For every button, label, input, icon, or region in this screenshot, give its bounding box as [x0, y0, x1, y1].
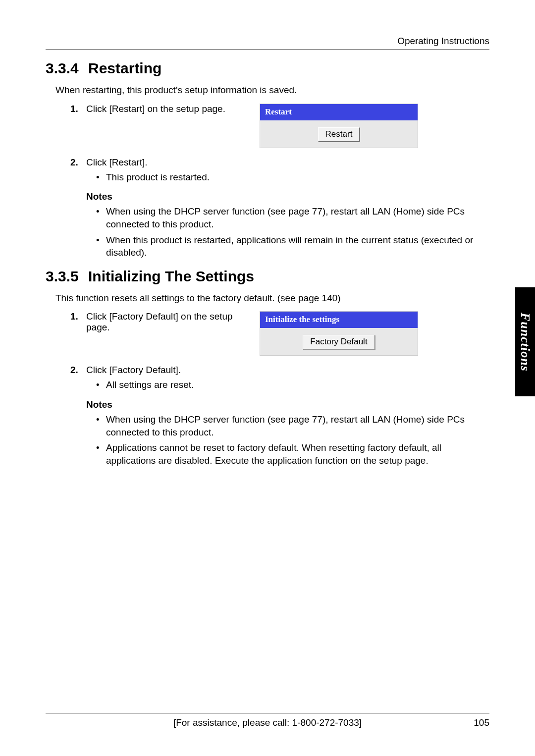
section2-note2: Applications cannot be reset to factory … [96, 441, 482, 467]
section-number: 3.3.5 [46, 268, 88, 285]
initialize-panel: Initialize the settings Factory Default [260, 311, 418, 356]
header-rule [46, 50, 489, 50]
section1-note2: When this product is restarted, applicat… [96, 234, 482, 259]
section2-step2: 2. Click [Factory Default]. All settings… [70, 365, 489, 391]
section2-step1: 1. Click [Factory Default] on the setup … [70, 311, 489, 356]
footer-assist: [For assistance, please call: 1-800-272-… [173, 717, 362, 728]
initialize-panel-body: Factory Default [260, 328, 418, 349]
section1-note1: When using the DHCP server function (see… [96, 205, 482, 230]
step2-text: Click [Restart]. [86, 157, 148, 167]
restart-panel: Restart Restart [260, 104, 418, 148]
side-tab-functions: Functions [515, 287, 535, 396]
side-tab-label: Functions [518, 313, 533, 372]
step-number: 1. [70, 104, 78, 114]
section-heading-restarting: 3.3.4Restarting [46, 60, 489, 77]
step2-bullet: This product is restarted. [96, 171, 489, 184]
restart-button[interactable]: Restart [318, 127, 360, 142]
running-header: Operating Instructions [46, 36, 489, 47]
notes-label: Notes [86, 191, 489, 202]
section1-step2: 2. Click [Restart]. This product is rest… [70, 157, 489, 184]
step1-text: Click [Restart] on the setup page. [86, 104, 250, 114]
section-title: Initializing The Settings [88, 268, 254, 284]
factory-default-button[interactable]: Factory Default [303, 335, 374, 349]
restart-panel-header: Restart [260, 104, 418, 120]
step2-bullet: All settings are reset. [96, 378, 489, 391]
page-number: 105 [474, 717, 489, 728]
section2-note1: When using the DHCP server function (see… [96, 413, 482, 438]
notes-label: Notes [86, 399, 489, 410]
step-number: 2. [70, 157, 78, 168]
initialize-panel-header: Initialize the settings [260, 312, 418, 328]
section1-step1: 1. Click [Restart] on the setup page. Re… [70, 104, 489, 148]
restart-panel-body: Restart [260, 120, 418, 142]
section1-intro: When restarting, this product's setup in… [55, 84, 489, 97]
section2-intro: This function resets all settings to the… [55, 292, 489, 305]
section-heading-initializing: 3.3.5Initializing The Settings [46, 268, 489, 285]
page-footer: [For assistance, please call: 1-800-272-… [46, 713, 489, 728]
step2-text: Click [Factory Default]. [86, 365, 181, 375]
step1-text: Click [Factory Default] on the setup pag… [86, 311, 250, 333]
step-number: 1. [70, 311, 78, 322]
section-number: 3.3.4 [46, 60, 88, 77]
step-number: 2. [70, 365, 78, 376]
page: Operating Instructions 3.3.4Restarting W… [0, 0, 535, 756]
section-title: Restarting [88, 60, 161, 76]
